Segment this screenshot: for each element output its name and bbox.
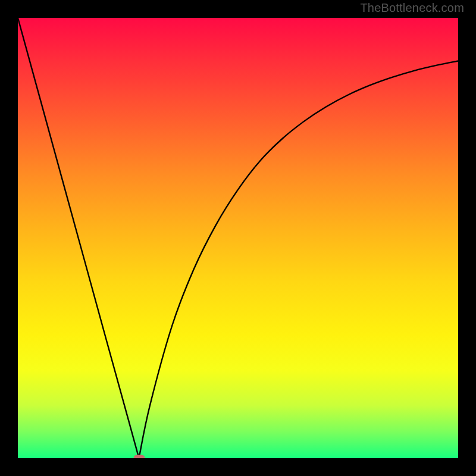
minimum-marker [133,455,145,459]
plot-area [18,18,458,458]
left-branch-curve [18,18,139,458]
chart-frame: TheBottleneck.com [0,0,476,476]
watermark-text: TheBottleneck.com [360,1,464,15]
curve-layer [18,18,458,458]
right-branch-curve [139,61,459,458]
